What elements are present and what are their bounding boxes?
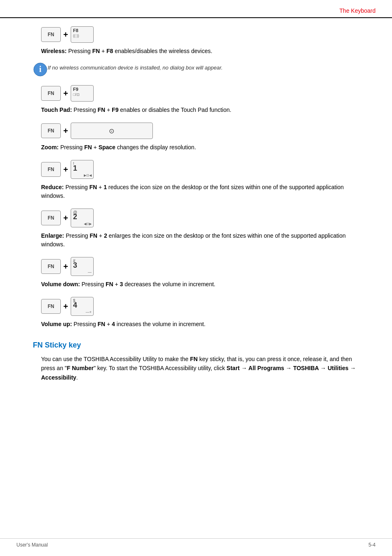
plus-sign-volume-up: + (63, 302, 68, 311)
f8-key: F8 ((·)) (71, 26, 94, 43)
footer-right: 5-4 (369, 542, 376, 548)
reduce-section: FN + ! 1 ▶⊡◀ Reduce: Pressing FN + 1 red… (33, 160, 359, 200)
wireless-label-text: Pressing (68, 48, 92, 54)
fn-sticky-title: FN Sticky key (33, 341, 359, 350)
wireless-plus: + (101, 48, 106, 54)
plus-sign-touchpad: + (63, 89, 68, 98)
key-2: @ 2 ◀⊡▶ (71, 208, 94, 227)
zoom-symbol: ⊙ (109, 127, 114, 135)
enlarge-key-combo: FN + @ 2 ◀⊡▶ (41, 208, 359, 227)
space-key: ⊙ (71, 123, 153, 139)
volume-up-label-text: Pressing (74, 321, 97, 327)
volume-up-plus: + (107, 321, 112, 327)
wireless-info-text: If no wireless communication device is i… (48, 62, 223, 72)
wireless-f8-key: F8 (106, 48, 113, 54)
touchpad-label-bold: Touch Pad: (41, 107, 72, 113)
touchpad-section: FN + F9 □/⊡ Touch Pad: Pressing FN + F9 … (33, 85, 359, 114)
zoom-description: Zoom: Pressing FN + Space changes the di… (41, 143, 359, 152)
info-icon: i (33, 62, 48, 77)
plus-sign-volume-down: + (63, 262, 68, 271)
zoom-label-text: Pressing (60, 144, 84, 151)
reduce-key-combo: FN + ! 1 ▶⊡◀ (41, 160, 359, 179)
enlarge-2-key: 2 (104, 232, 107, 239)
enlarge-label-bold: Enlarge: (41, 232, 64, 239)
zoom-end-text: changes the display resolution. (117, 144, 196, 151)
volume-up-description: Volume up: Pressing FN + 4 increases the… (41, 320, 359, 329)
touchpad-plus: + (107, 107, 112, 113)
page-content: FN + F8 ((·)) Wireless: Pressing FN + F8… (0, 18, 392, 398)
fn-sticky-text3: " key. To start the TOSHIBA Accessibilit… (94, 365, 226, 371)
key-1: ! 1 ▶⊡◀ (71, 160, 94, 179)
touchpad-key-combo: FN + F9 □/⊡ (41, 85, 359, 102)
volume-down-section: FN + # 3 — Volume down: Pressing FN + 3 … (33, 257, 359, 289)
enlarge-section: FN + @ 2 ◀⊡▶ Enlarge: Pressing FN + 2 en… (33, 208, 359, 249)
wireless-key-combo: FN + F8 ((·)) (41, 26, 359, 43)
volume-down-key-combo: FN + # 3 — (41, 257, 359, 276)
zoom-section: FN + ⊙ Zoom: Pressing FN + Space changes… (33, 123, 359, 152)
touchpad-description: Touch Pad: Pressing FN + F9 enables or d… (41, 106, 359, 114)
reduce-label-bold: Reduce: (41, 184, 64, 190)
enlarge-description: Enlarge: Pressing FN + 2 enlarges the ic… (41, 232, 359, 249)
volume-up-end-text: increases the volume in increment. (117, 321, 205, 327)
reduce-label-text: Pressing (65, 184, 89, 190)
touchpad-f9-key: F9 (112, 107, 118, 113)
enlarge-plus: + (99, 232, 104, 239)
key-4: $ 4 —+ (71, 297, 94, 316)
volume-up-4-key: 4 (112, 321, 115, 327)
volume-down-end-text: decreases the volume in increment. (125, 281, 215, 287)
fn-sticky-bold2: F Number (67, 365, 94, 371)
wireless-description: Wireless: Pressing FN + F8 enables/disab… (41, 47, 359, 56)
reduce-description: Reduce: Pressing FN + 1 reduces the icon… (41, 183, 359, 200)
volume-up-section: FN + $ 4 —+ Volume up: Pressing FN + 4 i… (33, 297, 359, 329)
enlarge-label-text: Pressing (66, 232, 90, 239)
fn-sticky-section: FN Sticky key You can use the TOSHIBA Ac… (33, 341, 359, 382)
volume-down-label-text: Pressing (82, 281, 106, 287)
fn-key-zoom: FN (41, 123, 61, 138)
page-footer: User's Manual 5-4 (0, 538, 392, 548)
f9-key: F9 □/⊡ (71, 85, 94, 102)
wireless-fn-key: FN (92, 48, 100, 54)
volume-down-description: Volume down: Pressing FN + 3 decreases t… (41, 280, 359, 289)
fn-key-wireless: FN (41, 27, 61, 42)
plus-sign-wireless: + (63, 30, 68, 39)
plus-sign-zoom: + (63, 126, 68, 136)
reduce-1-key: 1 (104, 184, 107, 190)
svg-text:i: i (39, 65, 42, 74)
fn-key-reduce: FN (41, 162, 61, 177)
zoom-plus: + (94, 144, 99, 151)
touchpad-fn-key: FN (97, 107, 105, 113)
page-header: The Keyboard (0, 0, 392, 18)
wireless-end-text: enables/disables the wireless devices. (115, 48, 212, 54)
fn-key-enlarge: FN (41, 211, 61, 225)
volume-down-3-key: 3 (120, 281, 123, 287)
zoom-key-combo: FN + ⊙ (41, 123, 359, 139)
reduce-fn-key: FN (89, 184, 97, 190)
zoom-label-bold: Zoom: (41, 144, 59, 151)
wireless-label-bold: Wireless: (41, 48, 67, 54)
zoom-fn-key: FN (84, 144, 92, 151)
fn-sticky-text1: You can use the TOSHIBA Accessibility Ut… (41, 356, 190, 362)
volume-up-key-combo: FN + $ 4 —+ (41, 297, 359, 316)
fn-key-volume-up: FN (41, 299, 61, 314)
touchpad-end-text: enables or disables the Touch Pad functi… (120, 107, 231, 113)
wireless-info-box: i If no wireless communication device is… (33, 62, 359, 77)
volume-down-label-bold: Volume down: (41, 281, 80, 287)
footer-left: User's Manual (16, 542, 48, 548)
wireless-section: FN + F8 ((·)) Wireless: Pressing FN + F8… (33, 26, 359, 77)
plus-sign-reduce: + (63, 165, 68, 174)
enlarge-fn-key: FN (90, 232, 97, 239)
header-title: The Keyboard (339, 7, 376, 14)
volume-up-label-bold: Volume up: (41, 321, 72, 327)
volume-up-fn-key: FN (97, 321, 105, 327)
plus-sign-enlarge: + (63, 213, 68, 223)
fn-sticky-text4: . (76, 374, 78, 381)
zoom-space-key: Space (99, 144, 115, 151)
touchpad-label-text: Pressing (74, 107, 97, 113)
fn-key-touchpad: FN (41, 86, 61, 101)
reduce-plus: + (99, 184, 104, 190)
fn-sticky-text: You can use the TOSHIBA Accessibility Ut… (41, 354, 359, 382)
key-3: # 3 — (71, 257, 94, 276)
volume-down-fn-key: FN (106, 281, 113, 287)
fn-sticky-bold1: FN (190, 356, 198, 362)
volume-down-plus: + (115, 281, 120, 287)
